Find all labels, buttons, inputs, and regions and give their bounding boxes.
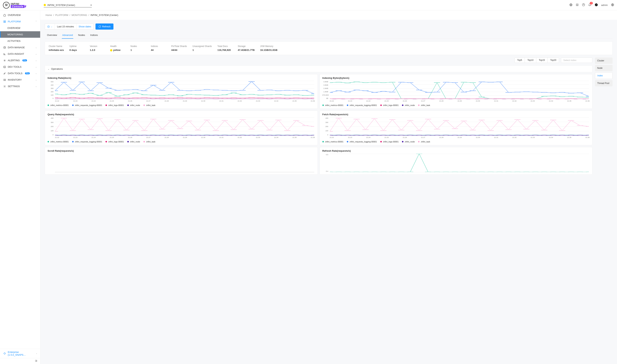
export-icon[interactable] — [576, 3, 579, 7]
language-icon[interactable] — [611, 3, 614, 7]
legend-item[interactable]: .infini_metrics-00001 — [48, 104, 69, 106]
sidebar-item-settings[interactable]: SETTINGS ⌄ — [0, 83, 40, 90]
svg-point-462 — [266, 130, 273, 130]
legend-item[interactable]: .infini_task — [418, 141, 430, 143]
x-axis-labels: 21:2221:2321:2421:2521:2621:2721:2821:29… — [48, 100, 315, 102]
bell-icon[interactable]: 2 — [588, 3, 591, 7]
svg-point-450 — [159, 129, 165, 129]
legend-item[interactable]: .infini_requests_logging-00001 — [72, 104, 102, 106]
svg-point-66 — [213, 90, 219, 90]
top-n-button[interactable]: Top5 — [515, 58, 525, 63]
svg-point-166 — [302, 98, 308, 99]
top-n-button[interactable]: Top20 — [547, 58, 559, 63]
legend-label: .infini_metrics-00001 — [325, 104, 344, 106]
legend-item[interactable]: .infini_logs-00001 — [380, 141, 399, 143]
svg-point-467 — [311, 126, 314, 127]
legend-item[interactable]: .infini_node — [402, 104, 415, 106]
sidebar-item-alerting[interactable]: ALERTING Pro ⌄ — [0, 57, 40, 64]
legend-item[interactable]: .infini_node — [127, 141, 140, 143]
show-dates-link[interactable]: Show dates — [76, 24, 94, 29]
tab-indices[interactable]: Indices — [90, 32, 98, 39]
svg-point-202 — [362, 91, 369, 91]
cluster-selector[interactable]: INFINI_SYSTEM (Center) ▾ — [44, 3, 92, 7]
metric-tab-node[interactable]: Node — [595, 65, 613, 71]
legend-item[interactable]: .infini_task — [143, 141, 155, 143]
sidebar-item-platform[interactable]: PLATFORM ⌃ — [0, 18, 40, 25]
legend-item[interactable]: .infini_metrics-00001 — [48, 141, 69, 143]
sidebar-item-data-manage[interactable]: DATA MANAGE ⌄ — [0, 44, 40, 51]
svg-point-151 — [168, 98, 174, 99]
plot-area — [55, 81, 314, 99]
version-link[interactable]: Enterprise (1.5.0_SNAPS… › — [0, 349, 40, 358]
user-label[interactable]: admin — [601, 4, 608, 6]
svg-point-101 — [257, 98, 264, 98]
sidebar-sub-overview[interactable]: OVERVIEW — [0, 25, 40, 31]
legend-item[interactable]: .infini_task — [418, 104, 430, 106]
metric-tab-index[interactable]: Index — [595, 72, 613, 79]
breadcrumb-home[interactable]: Home — [45, 14, 52, 16]
sidebar-item-inventory[interactable]: INVENTORY ⌄ — [0, 77, 40, 83]
svg-point-587 — [586, 135, 589, 136]
svg-point-593 — [371, 118, 377, 119]
collapse-sidebar-button[interactable] — [0, 358, 40, 364]
svg-point-601 — [443, 120, 449, 121]
svg-point-600 — [434, 129, 440, 129]
globe-icon[interactable] — [569, 3, 572, 7]
legend-item[interactable]: .infini_task — [143, 104, 155, 106]
sidebar-item-overview[interactable]: OVERVIEW — [0, 12, 40, 18]
legend-label: .infini_task — [420, 141, 430, 143]
legend-item[interactable]: .infini_requests_logging-00001 — [72, 141, 102, 143]
tab-advanced[interactable]: Advanced — [62, 32, 73, 39]
legend-item[interactable]: .infini_node — [127, 104, 140, 106]
svg-point-436 — [302, 135, 308, 136]
y-axis-labels: 4003002001000 — [322, 117, 329, 136]
sidebar-item-dev-tools[interactable]: DEV TOOLS ⌄ — [0, 64, 40, 70]
chart-title: Fetch Rate(requests/s) — [322, 113, 590, 116]
time-picker[interactable]: ⌄ Last 15 minutes Show dates — [45, 24, 94, 30]
sidebar-item-data-insight[interactable]: DATA INSIGHT ⌄ — [0, 51, 40, 57]
svg-point-456 — [213, 130, 219, 131]
svg-point-586 — [577, 135, 583, 136]
svg-point-94 — [195, 98, 201, 98]
legend-item[interactable]: .infini_requests_logging-00001 — [347, 104, 377, 106]
top-n-button[interactable]: Top15 — [536, 58, 548, 63]
breadcrumb-platform[interactable]: PLATFORM — [55, 14, 68, 16]
svg-point-466 — [302, 125, 308, 126]
svg-point-445 — [114, 119, 121, 120]
metric-tab-cluster[interactable]: Cluster — [595, 58, 613, 64]
tab-overview[interactable]: Overview — [47, 32, 57, 39]
svg-point-570 — [434, 135, 440, 136]
section-operations[interactable]: ⌄ Operations — [45, 65, 592, 72]
sidebar-item-data-tools[interactable]: DATA TOOLS Pro ⌄ — [0, 70, 40, 77]
legend-label: .infini_metrics-00001 — [50, 104, 69, 106]
legend-label: .infini_task — [146, 141, 155, 143]
legend-item[interactable]: .infini_logs-00001 — [106, 141, 124, 143]
svg-point-296 — [398, 99, 404, 99]
svg-point-311 — [532, 99, 538, 99]
tab-nodes[interactable]: Nodes — [78, 32, 85, 39]
refresh-button[interactable]: Refresh — [95, 24, 114, 30]
metric-tab-thread-pool[interactable]: Thread Pool — [595, 80, 613, 86]
svg-point-591 — [353, 119, 360, 119]
breadcrumb-monitoring[interactable]: MONITORING — [72, 14, 87, 16]
legend-item[interactable]: .infini_logs-00001 — [106, 104, 124, 106]
legend-item[interactable]: .infini_node — [402, 141, 415, 143]
sidebar-sub-activities[interactable]: ACTIVITIES — [0, 38, 40, 44]
user-avatar-icon[interactable] — [595, 3, 598, 7]
chevron-down-icon: ⌄ — [35, 59, 37, 61]
chart-legend: .infini_metrics-00001.infini_requests_lo… — [322, 104, 590, 106]
time-icon-seg[interactable]: ⌄ — [45, 24, 54, 29]
svg-point-16 — [4, 86, 5, 87]
sidebar-sub-monitoring[interactable]: MONITORING — [0, 31, 40, 38]
legend-item[interactable]: .infini_metrics-00001 — [322, 104, 344, 106]
y-axis-labels: 0.50.4 — [322, 154, 329, 172]
stat-item: JVM Memory16.1GB/31.0GB — [260, 45, 277, 52]
help-icon[interactable] — [582, 3, 585, 7]
legend-item[interactable]: .infini_logs-00001 — [380, 104, 399, 106]
breadcrumb-current: INFINI_SYSTEM (Center) — [91, 14, 118, 16]
svg-point-74 — [284, 90, 291, 91]
select-index[interactable]: Select index — [561, 58, 592, 63]
legend-item[interactable]: .infini_requests_logging-00001 — [347, 141, 377, 143]
legend-item[interactable]: .infini_metrics-00001 — [322, 141, 344, 143]
top-n-button[interactable]: Top10 — [525, 58, 536, 63]
